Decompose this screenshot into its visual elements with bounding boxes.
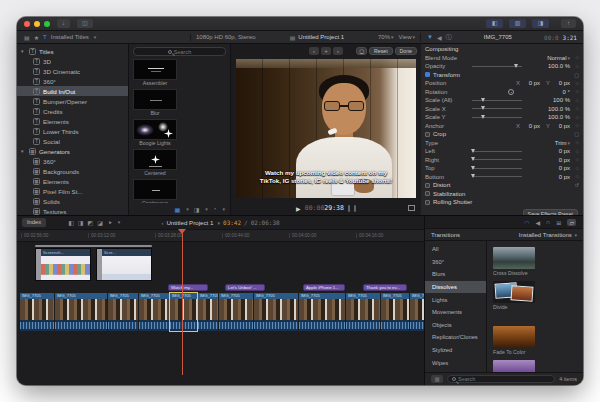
- rolling-shutter-checkbox[interactable]: [425, 200, 430, 205]
- crop-type-popup[interactable]: Trim: [536, 140, 566, 146]
- param-value[interactable]: 100.0 %: [540, 114, 570, 120]
- tools-icon[interactable]: ◨: [194, 206, 200, 213]
- transition-flow[interactable]: Flow: [493, 360, 535, 372]
- transition-fade-to-color[interactable]: Fade To Color: [493, 326, 535, 355]
- param-value[interactable]: 0 px: [540, 174, 570, 180]
- crop-top-slider[interactable]: [472, 168, 522, 169]
- minimize-window-button[interactable]: [34, 21, 40, 27]
- sidebar-item-build-in-out[interactable]: TBuild In/Out: [17, 86, 128, 96]
- toggle-browser-button[interactable]: ◧: [486, 19, 503, 28]
- title-clip[interactable]: Let's Unbox! ...: [225, 284, 265, 291]
- keyframe-icon[interactable]: ◇: [570, 81, 579, 86]
- toggle-inspector-button[interactable]: ◨: [532, 19, 549, 28]
- prev-anchor-button[interactable]: ‹: [309, 47, 319, 55]
- sidebar-item-elements[interactable]: TElements: [17, 116, 128, 126]
- playhead[interactable]: [182, 229, 183, 375]
- media-browser-icon[interactable]: ▤: [24, 34, 30, 41]
- play-button[interactable]: ▶: [296, 205, 301, 212]
- transitions-search-input[interactable]: Search: [447, 375, 555, 383]
- title-clip[interactable]: Thank you to ev...: [363, 284, 407, 291]
- video-clip-selected[interactable]: IMG_7705: [170, 293, 197, 331]
- category-stylized[interactable]: Stylized: [425, 344, 486, 357]
- keyframe-icon[interactable]: ◇: [570, 55, 579, 60]
- video-clip[interactable]: IMG_7705: [346, 293, 380, 331]
- keyframe-icon[interactable]: ◇: [570, 123, 579, 128]
- sidebar-item-social[interactable]: TSocial: [17, 136, 128, 146]
- audio-skimming-icon[interactable]: ◀: [535, 219, 540, 226]
- title-item-boogie-lights[interactable]: Boogie Lights: [133, 119, 177, 147]
- sidebar-titles-header[interactable]: ▾ T Titles: [17, 46, 128, 56]
- photos-audio-icon[interactable]: ★: [34, 34, 39, 41]
- viewer-zoom-dropdown[interactable]: 70%: [378, 34, 390, 40]
- scale-x-slider[interactable]: [472, 108, 522, 109]
- toggle-timeline-button[interactable]: ▥: [509, 19, 526, 28]
- transform-checkbox[interactable]: [425, 72, 430, 77]
- crop-checkbox[interactable]: [425, 132, 430, 137]
- crop-overlay-icon[interactable]: ▢: [574, 131, 579, 137]
- keyframe-icon[interactable]: ◇: [570, 140, 579, 145]
- video-clip[interactable]: IMG_7705: [299, 293, 345, 331]
- title-item-continuous[interactable]: Continuous: [133, 179, 177, 203]
- close-window-button[interactable]: [24, 21, 30, 27]
- titles-generators-icon[interactable]: T: [43, 34, 47, 40]
- transform-overlay-icon[interactable]: ▢: [574, 72, 579, 78]
- append-edit-icon[interactable]: ◩: [88, 219, 94, 226]
- index-button[interactable]: Index: [22, 218, 46, 227]
- share-button[interactable]: ↑: [561, 19, 576, 28]
- sidebar-item-textures[interactable]: ▦Textures: [17, 206, 128, 215]
- video-clip[interactable]: IMG_7705: [108, 293, 138, 331]
- connect-clip-icon[interactable]: ▦: [174, 206, 180, 213]
- video-clip[interactable]: IMG_7705: [20, 293, 54, 331]
- sidebar-item-credits[interactable]: TCredits: [17, 106, 128, 116]
- keyframe-icon[interactable]: ◇: [570, 64, 579, 69]
- distort-checkbox[interactable]: [425, 183, 430, 188]
- param-value[interactable]: 0 px: [552, 80, 570, 86]
- video-clip[interactable]: IMG_7705: [139, 293, 169, 331]
- timeline-back-icon[interactable]: ‹: [161, 220, 163, 226]
- sidebar-item-bumper-opener[interactable]: TBumper/Opener: [17, 96, 128, 106]
- transition-divide[interactable]: Divide: [493, 281, 535, 310]
- category-dissolves[interactable]: Dissolves: [425, 281, 486, 294]
- param-value[interactable]: 0 px: [540, 157, 570, 163]
- video-clip[interactable]: IMG_7705: [198, 293, 218, 331]
- rotation-dial[interactable]: [508, 89, 514, 95]
- video-inspector-icon[interactable]: ▼: [427, 34, 433, 40]
- keyframe-icon[interactable]: ◇: [570, 157, 579, 162]
- reset-button[interactable]: Reset: [369, 47, 393, 55]
- sidebar-item-solids[interactable]: ▦Solids: [17, 196, 128, 206]
- scale-all-slider[interactable]: [472, 100, 522, 101]
- keyframe-icon[interactable]: ◇: [570, 166, 579, 171]
- overlay-toggle-button[interactable]: ▢: [356, 47, 367, 55]
- category-lights[interactable]: Lights: [425, 293, 486, 306]
- connected-clip-screenshot-1[interactable]: Screensh...: [35, 248, 91, 281]
- playhead-handle[interactable]: [178, 229, 186, 234]
- sidebar-item-backgrounds[interactable]: ▦Backgrounds: [17, 166, 128, 176]
- category-all[interactable]: All: [425, 243, 486, 256]
- category-objects[interactable]: Objects: [425, 319, 486, 332]
- timeline-ruler[interactable]: 00:02:56:00 00:03:12:00 00:03:28:00 00:0…: [17, 229, 424, 242]
- add-anchor-button[interactable]: +: [321, 47, 331, 55]
- transitions-browser-icon[interactable]: ▱: [567, 219, 576, 226]
- sidebar-item-pixel-film[interactable]: ▦Pixel Film St...: [17, 186, 128, 196]
- skimming-icon[interactable]: ◠: [524, 219, 529, 226]
- param-value[interactable]: 0 px: [540, 165, 570, 171]
- transition-cross-dissolve[interactable]: Cross Dissolve: [493, 247, 535, 276]
- connected-clip-screenshot-2[interactable]: Scre...: [96, 248, 152, 281]
- sidebar-item-gen-360[interactable]: ▦360°: [17, 156, 128, 166]
- reset-icon[interactable]: ↺: [575, 182, 579, 188]
- keyframe-icon[interactable]: ◇: [570, 106, 579, 111]
- param-value[interactable]: 100.0 %: [540, 63, 570, 69]
- import-media-button[interactable]: ↓: [57, 19, 70, 28]
- sidebar-item-3d[interactable]: T3D: [17, 56, 128, 66]
- titles-search-input[interactable]: Search: [133, 47, 226, 56]
- video-clip[interactable]: IMG_7705: [219, 293, 253, 331]
- title-item-assembler[interactable]: Assembler: [133, 59, 177, 87]
- crop-right-slider[interactable]: [472, 159, 522, 160]
- connect-edit-icon[interactable]: ◧: [68, 219, 74, 226]
- title-clip[interactable]: Apple iPhone 1...: [303, 284, 345, 291]
- info-inspector-icon[interactable]: ⓘ: [446, 33, 452, 42]
- param-value[interactable]: 0 °: [552, 89, 570, 95]
- keyframe-icon[interactable]: ◇: [570, 149, 579, 154]
- keyframe-icon[interactable]: ◇: [570, 98, 579, 103]
- title-item-blur[interactable]: Blur: [133, 89, 177, 117]
